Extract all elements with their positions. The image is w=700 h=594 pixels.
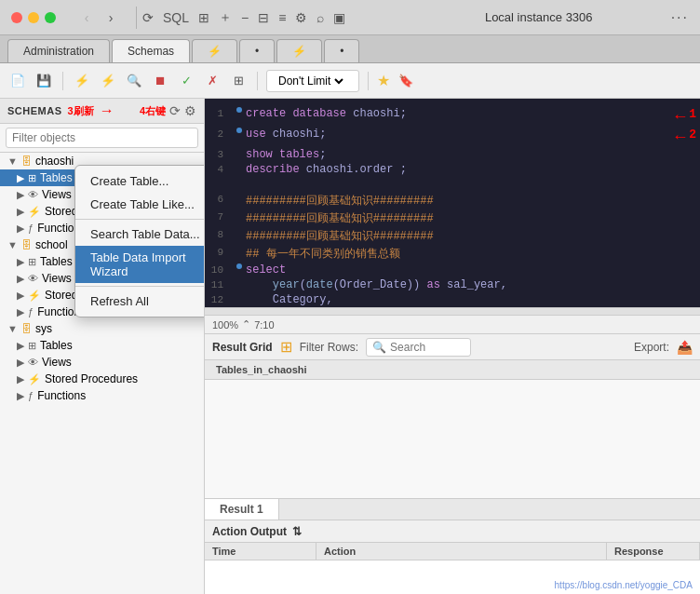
views-icon: 👁 (28, 189, 38, 200)
sql-icon[interactable]: SQL (163, 10, 189, 25)
cm-separator2 (75, 286, 204, 287)
limit-dropdown[interactable]: Don't Limit1000 rows200 rows50 rows (275, 74, 346, 88)
toolbar-icons: ⟳ SQL ⊞ ＋ − ⊟ ≡ ⚙ ⌕ ▣ (142, 9, 407, 26)
toolbar-sep1 (62, 72, 63, 90)
anno-2: 2 (689, 128, 696, 142)
commit-icon[interactable]: ✓ (176, 71, 196, 91)
settings-icon[interactable]: ⚙ (295, 10, 307, 25)
cm-create-table[interactable]: Create Table... (75, 169, 204, 193)
rollback-icon[interactable]: ✗ (202, 71, 222, 91)
db-icon-school: 🗄 (21, 239, 32, 250)
minimize-button[interactable] (28, 12, 39, 23)
expand-icon-sys-tables: ▶ (17, 340, 24, 352)
zoom-level[interactable]: 100% (212, 319, 238, 331)
new-file-icon[interactable]: 📄 (7, 71, 28, 91)
table-icon[interactable]: ⊞ (198, 10, 209, 25)
code-line-11: 11 year(date(Order_Date)) as sal_year, (205, 277, 700, 292)
search-icon[interactable]: ⌕ (316, 10, 324, 25)
action-output-label: Action Output (212, 525, 287, 538)
search-input[interactable] (390, 341, 464, 354)
code-line-8: 8 #########回顾基础知识######### (205, 227, 700, 245)
cm-create-table-like[interactable]: Create Table Like... ▶ (75, 193, 204, 216)
db-icon-sys: 🗄 (21, 323, 32, 334)
close-button[interactable] (11, 12, 22, 23)
execute-selection-icon[interactable]: ⚡ (98, 71, 118, 91)
forward-button[interactable]: › (102, 9, 119, 26)
table-icon-chaoshi: ⊞ (28, 172, 36, 184)
tab-lightning1[interactable]: ⚡ (192, 39, 237, 62)
expand-icon-school-funcs: ▶ (17, 306, 24, 318)
result-grid: Tables_in_chaoshi (205, 360, 700, 498)
filter-rows-label: Filter Rows: (300, 341, 358, 354)
cm-search-table-data[interactable]: Search Table Data... (75, 223, 204, 246)
sidebar-refresh-icon[interactable]: ⟳ (169, 103, 181, 118)
more-button[interactable]: ··· (671, 9, 689, 26)
tree-item-sys-views[interactable]: ▶ 👁 Views (0, 354, 204, 371)
refresh-icon[interactable]: ⟳ (142, 10, 154, 25)
funcs-icon: ƒ (28, 223, 34, 234)
rightclick-annotation: 4右键 (140, 104, 166, 118)
filter-input[interactable] (6, 128, 198, 148)
arrow-2: ← (675, 128, 685, 146)
cm-refresh-all[interactable]: Refresh All (75, 290, 204, 313)
tree-item-sys[interactable]: ▼ 🗄 sys (0, 320, 204, 337)
add-icon[interactable]: ＋ (219, 9, 232, 26)
cm-table-import-wizard[interactable]: Table Data Import Wizard 5 (75, 246, 204, 283)
tree-item-sys-functions[interactable]: ▶ ƒ Functions (0, 387, 204, 404)
action-grid-header: Time Action Response (205, 543, 700, 560)
code-editor[interactable]: 1 create database chaoshi; ← 1 2 use cha… (205, 99, 700, 307)
zoom-stepper[interactable]: ⌃ (242, 318, 250, 331)
bookmark-icon[interactable]: 🔖 (396, 71, 416, 91)
expand-icon-funcs: ▶ (17, 223, 24, 235)
action-content: https://blog.csdn.net/yoggie_CDA (205, 560, 700, 594)
tab-administration[interactable]: Administration (7, 39, 110, 62)
editor-container: 1 create database chaoshi; ← 1 2 use cha… (205, 99, 700, 594)
main-area: SCHEMAS 3刷新 → 4右键 ⟳ ⚙ ▼ 🗄 chaoshi (0, 99, 700, 594)
export-icon[interactable]: 📤 (677, 340, 693, 355)
schema-tree: ▼ 🗄 chaoshi ▶ ⊞ Tables Create Table... (0, 153, 204, 594)
back-button[interactable]: ‹ (78, 9, 95, 26)
sys-stored-icon: ⚡ (28, 373, 41, 385)
tree-item-sys-stored[interactable]: ▶ ⚡ Stored Procedures (0, 371, 204, 387)
school-funcs-icon: ƒ (28, 306, 34, 317)
result-tabs: Result 1 (205, 498, 700, 520)
stop-icon[interactable]: ⏹ (150, 71, 170, 91)
sidebar-title: SCHEMAS (7, 105, 62, 116)
result-tab-1[interactable]: Result 1 (205, 499, 279, 520)
execute-icon[interactable]: ⚡ (72, 71, 92, 91)
horizontal-scrollbar[interactable] (205, 307, 700, 315)
sys-table-icon: ⊞ (28, 340, 36, 352)
limit-selector[interactable]: Don't Limit1000 rows200 rows50 rows (266, 70, 359, 92)
code-line-1: 1 create database chaoshi; ← 1 (205, 106, 700, 127)
action-action-header: Action (316, 543, 607, 560)
tab-schemas[interactable]: Schemas (112, 39, 190, 62)
watermark: https://blog.csdn.net/yoggie_CDA (555, 580, 693, 590)
tree-item-sys-tables[interactable]: ▶ ⊞ Tables (0, 337, 204, 354)
explain-icon[interactable]: 🔍 (124, 71, 144, 91)
tab-lightning2[interactable]: ⚡ (276, 39, 322, 62)
action-sort-icon[interactable]: ⇅ (292, 525, 302, 538)
expand-icon: ▼ (7, 155, 18, 167)
result-grid-label: Result Grid (212, 341, 273, 354)
toolbar-sep2 (257, 72, 258, 90)
expand-icon-school-views: ▶ (17, 273, 24, 285)
list-icon[interactable]: ≡ (278, 10, 286, 25)
code-line-6: 6 #########回顾基础知识######### (205, 192, 700, 209)
tab-dot1[interactable]: • (239, 39, 275, 62)
minus-icon[interactable]: − (241, 10, 249, 25)
monitor-icon[interactable]: ▣ (333, 10, 345, 25)
context-menu: Create Table... Create Table Like... ▶ S… (74, 165, 204, 317)
nav-buttons: ‹ › (78, 9, 119, 26)
cm-import-label: Table Data Import Wizard (90, 250, 204, 278)
tab-dot2[interactable]: • (324, 39, 359, 62)
sidebar-config-icon[interactable]: ⚙ (184, 103, 196, 118)
grid-header: Tables_in_chaoshi (205, 360, 700, 380)
toggle-icon[interactable]: ⊞ (228, 71, 249, 91)
window-controls (11, 12, 56, 23)
maximize-button[interactable] (45, 12, 56, 23)
save-icon[interactable]: 💾 (34, 71, 54, 91)
expand-icon-stored: ▶ (17, 206, 24, 218)
star-icon[interactable]: ★ (377, 72, 390, 89)
export-label: Export: (634, 341, 669, 354)
grid-icon[interactable]: ⊟ (258, 10, 269, 25)
